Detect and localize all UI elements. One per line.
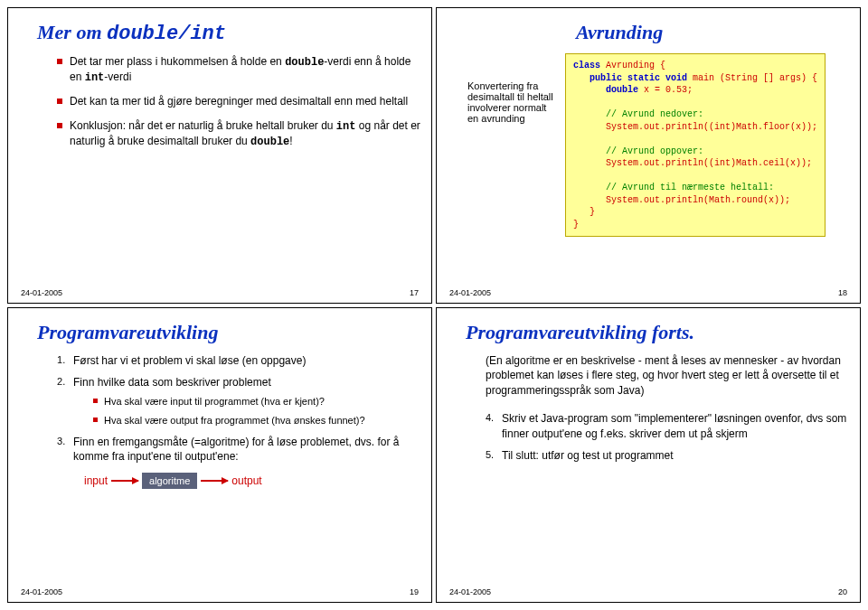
footer-date: 24-01-2005 [21,587,62,596]
slide-footer: 24-01-2005 20 [437,587,860,596]
slide-title: Programvareutvikling [37,321,420,344]
sub-item: Hva skal være output fra programmet (hva… [93,414,420,427]
conversion-note: Konvertering fra desimaltall til heltall… [467,53,558,237]
title-text: Mer om [37,21,107,43]
bullet-item: Konklusjon: når det er naturlig å bruke … [57,118,420,149]
list-item: Finn hvilke data som beskriver problemet… [57,375,420,427]
list-item: Først har vi et problem vi skal løse (en… [57,353,420,368]
sub-item: Hva skal være input til programmet (hva … [93,395,420,408]
slide-1: Mer om double/int Det tar mer plass i hu… [7,7,432,304]
list-item: Finn en fremgangsmåte (=algoritme) for å… [57,435,420,464]
flow-input-label: input [84,474,108,487]
footer-page: 17 [410,288,419,297]
content: (En algoritme er en beskrivelse - ment å… [486,353,849,465]
slide-footer: 24-01-2005 19 [8,587,431,596]
flow-output-label: output [231,474,261,487]
flow-algo-box: algoritme [142,473,197,489]
slide-4: Programvareutvikling forts. (En algoritm… [436,307,861,604]
slide-body: Konvertering fra desimaltall til heltall… [467,53,849,237]
footer-date: 24-01-2005 [449,587,491,596]
arrow-icon [111,480,138,482]
footer-date: 24-01-2005 [449,288,491,297]
footer-date: 24-01-2005 [21,288,62,297]
footer-page: 18 [838,288,847,297]
footer-page: 20 [838,587,847,596]
footer-page: 19 [410,587,419,596]
slide-title: Programvareutvikling forts. [466,321,849,344]
slide-2: Avrunding Konvertering fra desimaltall t… [436,7,861,304]
code-block: class Avrunding { public static void mai… [565,53,826,237]
slide-footer: 24-01-2005 17 [8,288,431,297]
numbered-list: Først har vi et problem vi skal løse (en… [57,353,420,464]
slide-footer: 24-01-2005 18 [437,288,860,297]
bullet-item: Det kan ta mer tid å gjøre beregninger m… [57,94,420,108]
bullet-item: Det tar mer plass i hukommelsen å holde … [57,54,420,85]
title-code: double/int [107,23,226,45]
list-item: 4.Skriv et Java-program som "implementer… [486,411,849,442]
list-item: 5.Til slutt: utfør og test ut programmet [486,448,849,464]
slide-3: Programvareutvikling Først har vi et pro… [7,307,432,604]
slide-title: Avrunding [576,21,849,44]
bullet-list: Det tar mer plass i hukommelsen å holde … [57,54,420,149]
flow-diagram: input algoritme output [84,473,420,489]
numbered-list: 4.Skriv et Java-program som "implementer… [486,411,849,464]
slide-title: Mer om double/int [37,21,420,45]
intro-paragraph: (En algoritme er en beskrivelse - ment å… [486,353,849,399]
arrow-icon [201,480,228,482]
sub-list: Hva skal være input til programmet (hva … [93,395,420,427]
